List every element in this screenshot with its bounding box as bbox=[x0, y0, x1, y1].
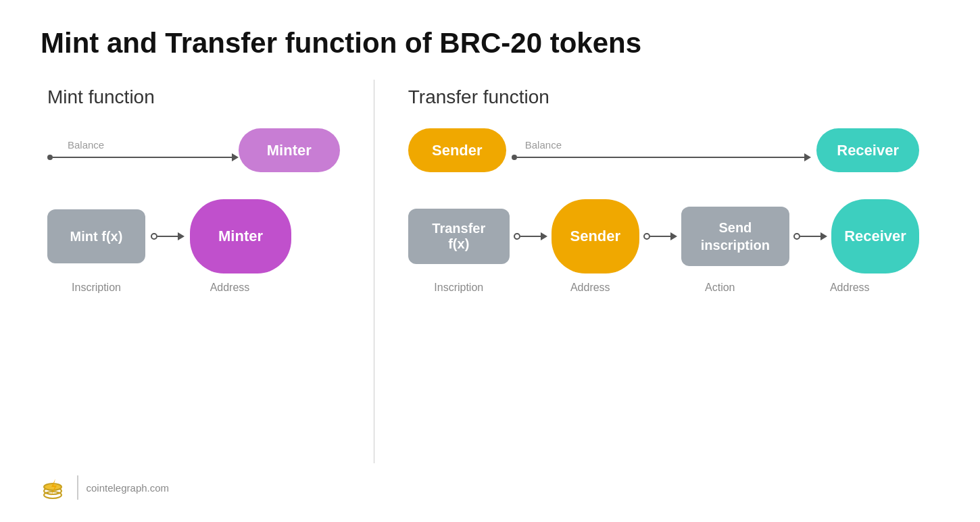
transfer-conn-arrowhead3 bbox=[820, 232, 827, 240]
transfer-arrowhead bbox=[804, 153, 811, 161]
transfer-balance-arrow bbox=[512, 153, 811, 161]
mint-balance-label: Balance bbox=[68, 139, 104, 151]
connector-arrowhead bbox=[178, 232, 185, 240]
mint-section: Mint function Balance Minter Mint f(x) bbox=[41, 80, 374, 463]
transfer-balance-label: Balance bbox=[525, 139, 562, 151]
mint-minter-pill-row1: Minter bbox=[239, 128, 340, 172]
transfer-arrow-line bbox=[517, 157, 804, 158]
mint-section-title: Mint function bbox=[47, 86, 340, 108]
transfer-receiver-pill-row1: Receiver bbox=[816, 128, 919, 172]
page: Mint and Transfer function of BRC-20 tok… bbox=[0, 0, 980, 522]
mint-row1: Balance Minter bbox=[47, 128, 340, 172]
mint-connector bbox=[151, 232, 185, 240]
arrow-dot-start bbox=[47, 155, 53, 160]
transfer-fx-box: Transfer f(x) bbox=[408, 209, 510, 264]
transfer-sender-pill-row1: Sender bbox=[408, 128, 506, 172]
transfer-row1: Sender Balance Receiver bbox=[408, 128, 919, 172]
transfer-conn-arrowhead2 bbox=[670, 232, 677, 240]
transfer-address2-label: Address bbox=[804, 282, 896, 294]
transfer-connector3 bbox=[793, 232, 827, 240]
transfer-sender-pill-row2: Sender bbox=[552, 199, 639, 273]
transfer-row2: Transfer f(x) Sender Send inscription bbox=[408, 199, 919, 273]
transfer-conn-line1 bbox=[520, 236, 541, 237]
connector-line bbox=[157, 236, 178, 237]
arrowhead bbox=[232, 153, 239, 161]
mint-balance-arrow bbox=[47, 153, 239, 161]
mint-address-label: Address bbox=[179, 282, 280, 294]
mint-minter-pill-row2: Minter bbox=[190, 199, 291, 273]
mint-fx-box: Mint f(x) bbox=[47, 209, 145, 263]
transfer-section-title: Transfer function bbox=[408, 86, 919, 108]
footer-site: cointelegraph.com bbox=[87, 482, 170, 494]
transfer-conn-line2 bbox=[650, 236, 670, 237]
footer-divider bbox=[77, 475, 78, 500]
transfer-inscription-label: Inscription bbox=[408, 282, 510, 294]
transfer-arrow-dot bbox=[512, 155, 517, 160]
mint-balance-arrow-area: Balance bbox=[47, 139, 239, 161]
page-title: Mint and Transfer function of BRC-20 tok… bbox=[41, 27, 939, 59]
transfer-section: Transfer function Sender Balance Receive… bbox=[374, 80, 939, 463]
cointelegraph-logo-icon bbox=[41, 473, 69, 502]
send-inscription-box: Send inscription bbox=[681, 207, 789, 266]
transfer-conn-arrowhead1 bbox=[541, 232, 547, 240]
mint-row2: Mint f(x) Minter bbox=[47, 199, 340, 273]
transfer-labels-row: Inscription Address Action Address bbox=[408, 282, 919, 294]
connector-hollow-dot bbox=[151, 233, 157, 240]
transfer-balance-area: Balance bbox=[512, 139, 811, 161]
transfer-connector1 bbox=[514, 232, 547, 240]
transfer-receiver-pill-row2: Receiver bbox=[831, 199, 919, 273]
transfer-connector2 bbox=[643, 232, 677, 240]
transfer-hollow-dot2 bbox=[643, 233, 650, 240]
diagram-area: Mint function Balance Minter Mint f(x) bbox=[41, 80, 939, 463]
transfer-conn-line3 bbox=[800, 236, 820, 237]
mint-inscription-label: Inscription bbox=[47, 282, 145, 294]
transfer-address1-label: Address bbox=[545, 282, 636, 294]
mint-labels-row: Inscription Address bbox=[47, 282, 340, 294]
arrow-line-body bbox=[53, 157, 232, 158]
footer: cointelegraph.com bbox=[41, 463, 939, 502]
transfer-hollow-dot3 bbox=[793, 233, 800, 240]
transfer-action-label: Action bbox=[671, 282, 769, 294]
transfer-hollow-dot1 bbox=[514, 233, 520, 240]
